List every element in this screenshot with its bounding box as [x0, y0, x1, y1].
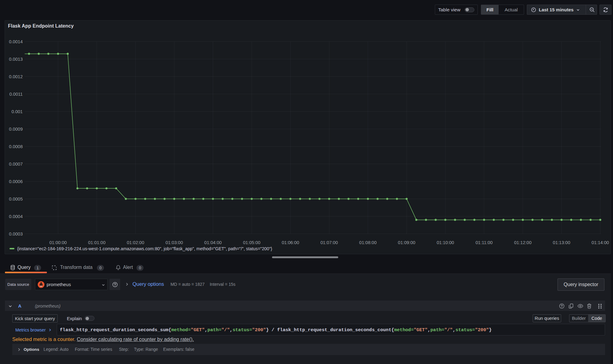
svg-text:0.0009: 0.0009	[9, 127, 23, 132]
svg-text:0.0012: 0.0012	[9, 74, 23, 79]
svg-text:01:14:00: 01:14:00	[592, 240, 609, 245]
svg-text:0.0008: 0.0008	[9, 144, 23, 149]
svg-text:01:04:00: 01:04:00	[204, 240, 222, 245]
svg-text:0.001: 0.001	[11, 109, 23, 114]
svg-text:0.0004: 0.0004	[9, 214, 23, 219]
svg-text:01:05:00: 01:05:00	[243, 240, 260, 245]
svg-text:01:08:00: 01:08:00	[359, 240, 377, 245]
svg-text:01:13:00: 01:13:00	[553, 240, 570, 245]
svg-text:01:10:00: 01:10:00	[437, 240, 454, 245]
svg-text:0.0003: 0.0003	[9, 232, 23, 236]
svg-text:0.0005: 0.0005	[9, 197, 23, 201]
svg-text:0.0011: 0.0011	[9, 92, 23, 97]
svg-text:01:11:00: 01:11:00	[476, 240, 493, 245]
svg-text:01:02:00: 01:02:00	[127, 240, 144, 245]
svg-text:01:01:00: 01:01:00	[88, 240, 105, 245]
svg-text:01:06:00: 01:06:00	[282, 240, 299, 245]
svg-text:01:00:00: 01:00:00	[49, 240, 67, 245]
svg-text:0.0006: 0.0006	[9, 179, 23, 184]
svg-text:01:09:00: 01:09:00	[398, 240, 416, 245]
svg-text:0.0014: 0.0014	[9, 39, 23, 44]
svg-text:01:07:00: 01:07:00	[320, 240, 338, 245]
svg-text:{instance="ec2-184-169-216-224: {instance="ec2-184-169-216-224.us-west-1…	[17, 246, 272, 251]
svg-text:01:03:00: 01:03:00	[166, 240, 183, 245]
svg-text:01:12:00: 01:12:00	[514, 240, 531, 245]
svg-text:0.0013: 0.0013	[9, 57, 23, 62]
svg-text:0.0007: 0.0007	[9, 162, 23, 167]
